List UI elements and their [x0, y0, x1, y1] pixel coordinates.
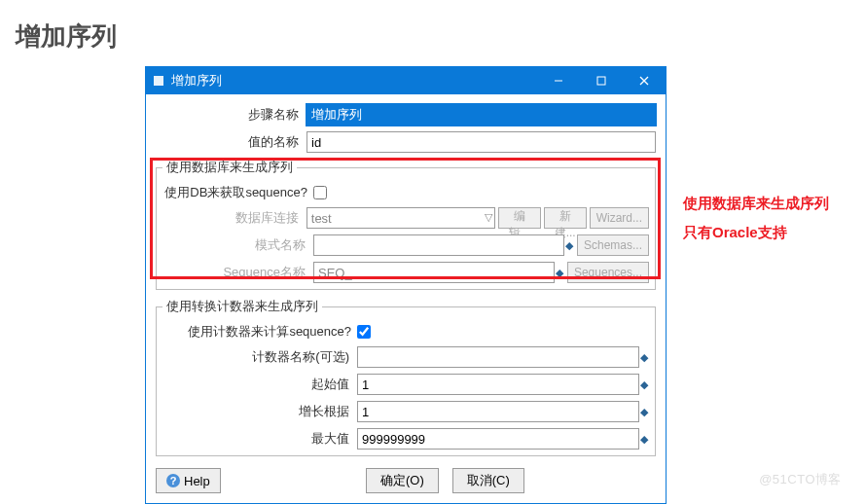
- dialog-content: 步骤名称 值的名称 使用数据库来生成序列 使用DB来获取sequence? 数据…: [146, 94, 666, 503]
- row-use-db: 使用DB来获取sequence?: [162, 184, 649, 201]
- label-schema: 模式名称: [162, 236, 313, 254]
- input-increment[interactable]: [357, 401, 639, 422]
- ok-button[interactable]: 确定(O): [366, 468, 439, 493]
- input-counter-name[interactable]: [357, 346, 639, 368]
- group-counter: 使用转换计数器来生成序列 使用计数器来计算sequence? 计数器名称(可选)…: [156, 298, 656, 456]
- label-step-name: 步骤名称: [156, 106, 306, 124]
- row-increment: 增长根据 ◆: [162, 401, 649, 422]
- input-sequence-name[interactable]: [313, 262, 555, 283]
- row-sequence-name: Sequence名称 ◆ Sequences...: [162, 262, 649, 283]
- checkbox-use-db[interactable]: [313, 186, 327, 199]
- diamond-icon: ◆: [564, 234, 574, 256]
- group-counter-legend: 使用转换计数器来生成序列: [162, 298, 322, 315]
- btn-sequences[interactable]: Sequences...: [567, 262, 649, 283]
- annotation-line1: 使用数据库来生成序列: [683, 189, 829, 218]
- input-start-value[interactable]: [357, 374, 639, 395]
- input-step-name[interactable]: [306, 104, 656, 126]
- row-value-name: 值的名称: [156, 131, 656, 153]
- label-max-value: 最大值: [162, 430, 357, 448]
- diamond-icon: ◆: [555, 262, 564, 283]
- label-increment: 增长根据: [162, 403, 357, 420]
- diamond-icon: ◆: [639, 346, 649, 368]
- input-max-value[interactable]: [357, 428, 639, 450]
- label-sequence-name: Sequence名称: [162, 264, 313, 281]
- svg-rect-0: [154, 76, 163, 86]
- row-step-name: 步骤名称: [156, 104, 656, 126]
- row-max-value: 最大值 ◆: [162, 428, 649, 450]
- svg-rect-2: [597, 77, 605, 85]
- row-use-counter: 使用计数器来计算sequence?: [162, 323, 649, 341]
- watermark: @51CTO博客: [759, 471, 842, 488]
- help-icon: ?: [166, 474, 180, 487]
- btn-wizard-connection[interactable]: Wizard...: [590, 207, 649, 229]
- diamond-icon: ◆: [639, 401, 649, 422]
- label-start-value: 起始值: [162, 376, 357, 393]
- btn-schemas[interactable]: Schemas...: [577, 234, 649, 256]
- help-label: Help: [184, 474, 210, 488]
- titlebar: 增加序列: [146, 67, 666, 94]
- page-heading: 增加序列: [16, 19, 117, 54]
- maximize-button[interactable]: [580, 67, 623, 94]
- diamond-icon: ◆: [639, 428, 649, 450]
- group-database-legend: 使用数据库来生成序列: [162, 159, 297, 176]
- row-counter-name: 计数器名称(可选) ◆: [162, 346, 649, 368]
- button-bar: ? Help 确定(O) 取消(C): [156, 464, 656, 495]
- app-icon: [152, 74, 165, 88]
- label-db-connection: 数据库连接: [162, 209, 306, 227]
- dialog-window: 增加序列 步骤名称 值的名称 使用数据库来生成序列 使用DB来获取sequenc…: [145, 66, 667, 504]
- label-value-name: 值的名称: [156, 133, 306, 151]
- window-title: 增加序列: [171, 72, 537, 90]
- diamond-icon: ◆: [639, 374, 649, 395]
- label-use-counter: 使用计数器来计算sequence?: [162, 323, 357, 341]
- annotation-line2: 只有Oracle支持: [683, 218, 829, 247]
- group-database: 使用数据库来生成序列 使用DB来获取sequence? 数据库连接 ▽ 编辑..…: [156, 159, 656, 290]
- btn-edit-connection[interactable]: 编辑...: [498, 207, 541, 229]
- annotation-text: 使用数据库来生成序列 只有Oracle支持: [683, 189, 829, 247]
- select-db-connection[interactable]: [306, 207, 495, 229]
- help-button[interactable]: ? Help: [156, 468, 221, 493]
- label-use-db: 使用DB来获取sequence?: [162, 184, 313, 201]
- cancel-button[interactable]: 取消(C): [452, 468, 524, 493]
- row-start-value: 起始值 ◆: [162, 374, 649, 395]
- input-value-name[interactable]: [306, 131, 656, 153]
- minimize-button[interactable]: [537, 67, 580, 94]
- close-button[interactable]: [623, 67, 666, 94]
- btn-new-connection[interactable]: 新建...: [544, 207, 587, 229]
- input-schema[interactable]: [313, 234, 564, 256]
- row-schema: 模式名称 ◆ Schemas...: [162, 234, 649, 256]
- row-db-connection: 数据库连接 ▽ 编辑... 新建... Wizard...: [162, 207, 649, 229]
- label-counter-name: 计数器名称(可选): [162, 348, 357, 366]
- checkbox-use-counter[interactable]: [357, 325, 371, 339]
